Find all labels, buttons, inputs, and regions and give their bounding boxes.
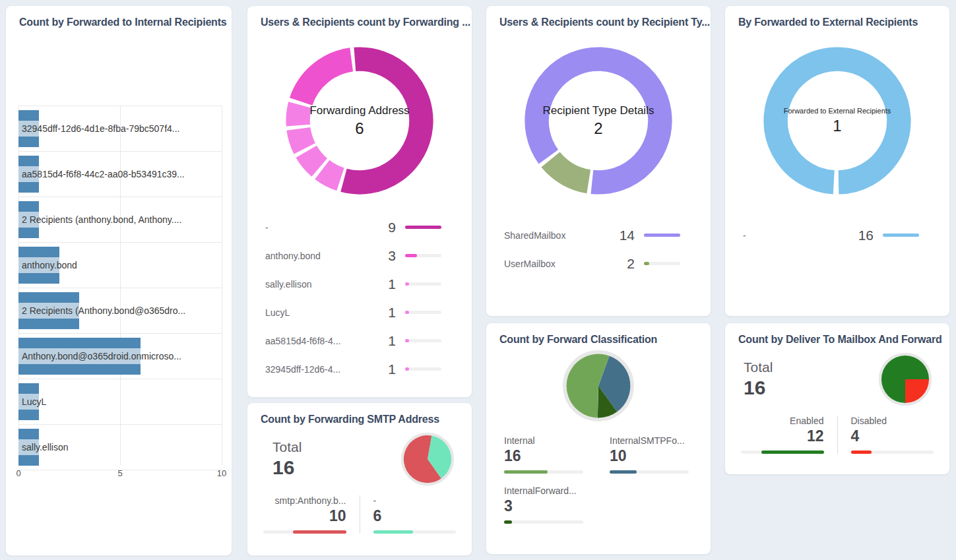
legend-row-anthony.bond[interactable]: anthony.bond3 bbox=[247, 241, 472, 270]
gridline bbox=[222, 106, 222, 465]
donut-segment--[interactable] bbox=[776, 59, 899, 183]
legend-tiles: Internal16InternalSMTPFo...10InternalFor… bbox=[486, 422, 711, 524]
legend-mini-bar-fill bbox=[405, 367, 409, 371]
donut-segment-sally.ellison[interactable] bbox=[298, 105, 300, 125]
legend-row-LucyL[interactable]: LucyL1 bbox=[247, 298, 472, 327]
legend-mini-bar-fill bbox=[405, 339, 409, 342]
dashboard: Count by Forwarded to Internal Recipient… bbox=[0, 0, 956, 560]
legend-tile-InternalSMTPFo...[interactable]: InternalSMTPFo...10 bbox=[610, 435, 711, 474]
legend-label: sally.ellison bbox=[265, 279, 383, 290]
legend-value: 3 bbox=[388, 248, 396, 264]
tile-value: 10 bbox=[610, 447, 711, 465]
legend-tile-Disabled[interactable]: Disabled4 bbox=[851, 416, 934, 454]
legend-mini-bar bbox=[644, 262, 680, 265]
tile-value: 16 bbox=[504, 447, 610, 465]
donut-segment--[interactable] bbox=[344, 59, 421, 183]
legend-value: 1 bbox=[388, 333, 396, 349]
donut-segment-LucyL[interactable] bbox=[298, 129, 304, 148]
tile-divider bbox=[360, 495, 360, 534]
tile-divider bbox=[837, 416, 838, 454]
legend-tile-InternalForward...[interactable]: InternalForward...3 bbox=[504, 485, 610, 524]
bar-chart-forwarded-internal: 32945dff-12d6-4d1e-8fba-79bc507f4...aa58… bbox=[18, 106, 222, 482]
legend-mini-bar-fill bbox=[405, 254, 417, 257]
donut-segment-aa5815d4-f6f8-4...[interactable] bbox=[306, 152, 319, 168]
tile-bar bbox=[263, 530, 346, 534]
card-forwarding-smtp-address: Count by Forwarding SMTP Address Total 1… bbox=[247, 402, 472, 556]
pie-segment-Disabled[interactable] bbox=[905, 379, 929, 403]
total-row: Total 16 bbox=[725, 346, 949, 406]
bar-category-label: 32945dff-12d6-4d1e-8fba-79bc507f4... bbox=[22, 123, 180, 134]
legend-tile-Internal[interactable]: Internal16 bbox=[504, 435, 610, 474]
tile-value: 12 bbox=[741, 427, 824, 445]
legend-row--[interactable]: -9 bbox=[247, 213, 472, 241]
total-label: Total bbox=[744, 359, 773, 375]
bar-category-label: Anthony.bond@o365droid.onmicroso... bbox=[22, 351, 181, 361]
bar-row: Anthony.bond@o365droid.onmicroso... bbox=[18, 334, 222, 379]
total-block: Total 16 bbox=[744, 359, 773, 399]
tile-bar-fill bbox=[851, 451, 872, 454]
donut-canvas bbox=[282, 43, 437, 199]
tile-bar bbox=[741, 451, 824, 454]
card-forwarding-address: Users & Recipients count by Forwarding .… bbox=[247, 5, 472, 398]
legend-label: UserMailbox bbox=[504, 259, 621, 269]
card-forwarded-external-recipients: By Forwarded to External Recipients Forw… bbox=[724, 5, 950, 317]
bar-category-label: sally.ellison bbox=[22, 442, 69, 452]
legend-tile-smtp:Anthony.b...[interactable]: smtp:Anthony.b...10 bbox=[263, 495, 346, 534]
tile-label: InternalSMTPFo... bbox=[610, 435, 711, 446]
legend-mini-bar-fill bbox=[644, 233, 680, 237]
legend-tiles: Enabled12Disabled4 bbox=[725, 406, 949, 454]
pie-wrap bbox=[486, 350, 711, 422]
tile-label: smtp:Anthony.b... bbox=[263, 495, 346, 506]
card-title: Count by Forward Classification bbox=[486, 323, 711, 346]
bar-category-label: 2 Recipients (anthony.bond, Anthony.... bbox=[22, 214, 181, 225]
card-deliver-to-mailbox: Count by Deliver To Mailbox And Forward … bbox=[724, 323, 950, 475]
card-forward-classification: Count by Forward Classification Internal… bbox=[486, 323, 711, 555]
tile-label: - bbox=[373, 495, 457, 506]
tile-bar-fill bbox=[761, 451, 823, 454]
legend-value: 16 bbox=[858, 228, 874, 243]
legend-value: 1 bbox=[388, 276, 396, 292]
donut-segment-UserMailbox[interactable] bbox=[551, 160, 589, 181]
legend-label: SharedMailbox bbox=[504, 230, 614, 241]
legend-list: SharedMailbox14UserMailbox2 bbox=[486, 221, 711, 278]
total-value: 16 bbox=[744, 377, 773, 399]
card-title: Count by Forwarded to Internal Recipient… bbox=[6, 6, 232, 28]
legend-row-UserMailbox[interactable]: UserMailbox2 bbox=[486, 249, 711, 278]
legend-value: 2 bbox=[627, 256, 635, 272]
legend-mini-bar bbox=[405, 226, 441, 229]
x-axis: 0510 bbox=[18, 468, 222, 482]
legend-row-sally.ellison[interactable]: sally.ellison1 bbox=[247, 270, 472, 298]
tile-bar bbox=[504, 470, 583, 474]
legend-label: 32945dff-12d6-4... bbox=[265, 364, 383, 375]
card-forwarded-internal-recipients: Count by Forwarded to Internal Recipient… bbox=[5, 5, 232, 556]
bar-category-label: aa5815d4-f6f8-44c2-aa08-b53491c39... bbox=[22, 169, 185, 179]
legend-row-aa5815d4-f6f8-4...[interactable]: aa5815d4-f6f8-4...1 bbox=[247, 327, 472, 355]
legend-tile--[interactable]: -6 bbox=[373, 495, 457, 534]
legend-row-32945dff-12d6-4...[interactable]: 32945dff-12d6-4...1 bbox=[247, 355, 472, 383]
tile-label: Enabled bbox=[741, 416, 824, 426]
total-row: Total 16 bbox=[247, 425, 472, 486]
legend-mini-bar bbox=[405, 311, 441, 314]
donut-canvas bbox=[521, 43, 676, 199]
donut-segment-32945dff-12d6-4...[interactable] bbox=[322, 170, 340, 179]
tile-bar bbox=[851, 451, 934, 454]
donut-segment-anthony.bond[interactable] bbox=[301, 59, 351, 102]
pie-chart-forwarding-smtp bbox=[400, 432, 455, 486]
legend-mini-bar-fill bbox=[405, 282, 409, 286]
legend-row--[interactable]: -16 bbox=[725, 221, 949, 249]
legend-mini-bar-fill bbox=[883, 233, 919, 237]
legend-tile-Enabled[interactable]: Enabled12 bbox=[741, 416, 824, 454]
bar-plot-area: 32945dff-12d6-4d1e-8fba-79bc507f4...aa58… bbox=[18, 106, 222, 465]
bar-row: anthony.bond bbox=[18, 243, 222, 288]
tile-label: Disabled bbox=[851, 416, 934, 426]
legend-mini-bar bbox=[405, 254, 441, 257]
x-tick-label: 0 bbox=[16, 468, 20, 478]
donut-chart-forwarding-address: Forwarding Address 6 bbox=[282, 43, 437, 199]
x-tick-label: 10 bbox=[217, 468, 226, 478]
legend-mini-bar bbox=[405, 282, 441, 286]
bar-row: 32945dff-12d6-4d1e-8fba-79bc507f4... bbox=[18, 106, 222, 152]
legend-row-SharedMailbox[interactable]: SharedMailbox14 bbox=[486, 221, 711, 249]
tile-label: Internal bbox=[504, 435, 610, 446]
tile-value: 10 bbox=[263, 507, 346, 525]
tile-bar-fill bbox=[504, 520, 512, 524]
